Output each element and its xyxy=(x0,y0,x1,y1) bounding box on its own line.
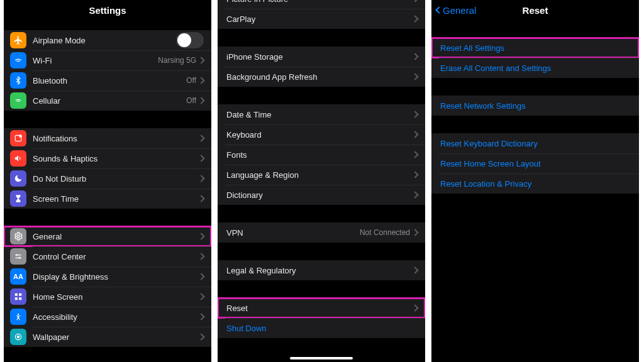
accessibility-icon xyxy=(10,309,26,325)
row-date-time[interactable]: Date & Time xyxy=(218,104,425,124)
chevron-right-icon xyxy=(197,57,204,63)
row-keyboard[interactable]: Keyboard xyxy=(218,124,425,145)
screentime-label: Screen Time xyxy=(33,194,199,204)
chevron-right-icon xyxy=(197,253,204,260)
row-bgrefresh[interactable]: Background App Refresh xyxy=(218,67,425,87)
row-sounds[interactable]: Sounds & Haptics xyxy=(4,148,211,168)
erase-all-label: Erase All Content and Settings xyxy=(440,63,631,73)
wifi-icon xyxy=(10,52,26,69)
row-storage[interactable]: iPhone Storage xyxy=(218,47,425,67)
chevron-right-icon xyxy=(197,233,204,239)
chevron-right-icon xyxy=(411,191,418,198)
row-cellular[interactable]: Cellular Off xyxy=(4,90,211,111)
row-shutdown[interactable]: Shut Down xyxy=(218,318,425,338)
cc-label: Control Center xyxy=(33,252,199,261)
chevron-right-icon xyxy=(197,293,204,300)
reset-label: Reset xyxy=(226,304,413,313)
wifi-value: Narsing 5G xyxy=(158,56,196,65)
chevron-right-icon xyxy=(411,229,418,236)
control-center-icon xyxy=(10,248,26,265)
home-indicator[interactable] xyxy=(290,357,353,359)
chevron-right-icon xyxy=(411,53,418,60)
svg-rect-5 xyxy=(15,293,18,296)
legal-label: Legal & Regulatory xyxy=(226,266,413,275)
dictionary-label: Dictionary xyxy=(226,190,413,200)
hourglass-icon xyxy=(10,190,26,207)
back-button[interactable]: General xyxy=(436,0,476,20)
chevron-right-icon xyxy=(197,333,204,340)
chevron-right-icon xyxy=(411,171,418,178)
chevron-right-icon xyxy=(197,155,204,162)
chevron-right-icon xyxy=(411,73,418,80)
svg-point-11 xyxy=(17,336,19,338)
chevron-right-icon xyxy=(411,0,418,3)
row-reset-network[interactable]: Reset Network Settings xyxy=(431,96,639,116)
accessibility-label: Accessibility xyxy=(33,312,199,322)
row-airplane-mode[interactable]: Airplane Mode xyxy=(4,30,211,50)
reset-home-label: Reset Home Screen Layout xyxy=(440,159,631,168)
display-label: Display & Brightness xyxy=(33,272,199,282)
row-reset[interactable]: Reset xyxy=(218,298,425,318)
gear-icon xyxy=(10,228,26,244)
row-wifi[interactable]: Wi-Fi Narsing 5G xyxy=(4,50,211,70)
chevron-right-icon xyxy=(411,151,418,158)
shutdown-label: Shut Down xyxy=(226,324,418,333)
row-dictionary[interactable]: Dictionary xyxy=(218,185,425,205)
chevron-right-icon xyxy=(411,15,418,22)
dnd-label: Do Not Disturb xyxy=(33,174,199,184)
row-fonts[interactable]: Fonts xyxy=(218,145,425,165)
row-dnd[interactable]: Do Not Disturb xyxy=(4,168,211,189)
row-reset-keyboard[interactable]: Reset Keyboard Dictionary xyxy=(431,133,639,153)
bluetooth-label: Bluetooth xyxy=(33,76,186,85)
chevron-right-icon xyxy=(411,266,418,273)
row-vpn[interactable]: VPN Not Connected xyxy=(218,222,425,243)
fonts-label: Fonts xyxy=(226,150,413,160)
row-control-center[interactable]: Control Center xyxy=(4,246,211,266)
chevron-right-icon xyxy=(197,97,204,104)
vpn-label: VPN xyxy=(226,228,360,238)
display-icon: AA xyxy=(10,268,26,285)
wallpaper-label: Wallpaper xyxy=(33,332,199,342)
general-screen: Picture in Picture CarPlay iPhone Storag… xyxy=(218,0,425,362)
keyboard-label: Keyboard xyxy=(226,130,413,140)
carplay-label: CarPlay xyxy=(226,14,413,24)
row-reset-all[interactable]: Reset All Settings xyxy=(431,38,639,58)
wallpaper-icon xyxy=(10,329,26,345)
row-erase-all[interactable]: Erase All Content and Settings xyxy=(431,58,639,78)
row-reset-home[interactable]: Reset Home Screen Layout xyxy=(431,153,639,173)
chevron-right-icon xyxy=(197,77,204,84)
svg-point-1 xyxy=(19,135,22,138)
cellular-label: Cellular xyxy=(33,96,186,106)
airplane-toggle[interactable] xyxy=(176,32,204,48)
row-accessibility[interactable]: Accessibility xyxy=(4,307,211,327)
row-display[interactable]: AA Display & Brightness xyxy=(4,266,211,287)
row-general[interactable]: General xyxy=(4,226,211,246)
reset-location-label: Reset Location & Privacy xyxy=(440,179,631,189)
row-home-screen[interactable]: Home Screen xyxy=(4,287,211,307)
row-pip[interactable]: Picture in Picture xyxy=(218,0,425,9)
row-reset-location[interactable]: Reset Location & Privacy xyxy=(431,173,639,194)
row-screen-time[interactable]: Screen Time xyxy=(4,189,211,209)
svg-rect-8 xyxy=(19,297,21,300)
row-wallpaper[interactable]: Wallpaper xyxy=(4,327,211,347)
chevron-right-icon xyxy=(197,134,204,141)
svg-point-4 xyxy=(19,257,20,258)
storage-label: iPhone Storage xyxy=(226,52,413,62)
row-bluetooth[interactable]: Bluetooth Off xyxy=(4,70,211,90)
vpn-value: Not Connected xyxy=(360,228,410,237)
row-legal[interactable]: Legal & Regulatory xyxy=(218,260,425,280)
pip-label: Picture in Picture xyxy=(226,0,413,4)
reset-all-label: Reset All Settings xyxy=(440,43,631,53)
chevron-right-icon xyxy=(197,175,204,182)
chevron-right-icon xyxy=(411,111,418,118)
row-carplay[interactable]: CarPlay xyxy=(218,9,425,29)
chevron-right-icon xyxy=(197,313,204,320)
notifications-label: Notifications xyxy=(33,134,199,143)
row-notifications[interactable]: Notifications xyxy=(4,128,211,148)
chevron-right-icon xyxy=(411,131,418,138)
sounds-icon xyxy=(10,150,26,167)
svg-point-9 xyxy=(18,314,19,315)
notifications-icon xyxy=(10,130,26,146)
nav-bar: General Reset xyxy=(431,0,639,20)
row-language[interactable]: Language & Region xyxy=(218,165,425,185)
